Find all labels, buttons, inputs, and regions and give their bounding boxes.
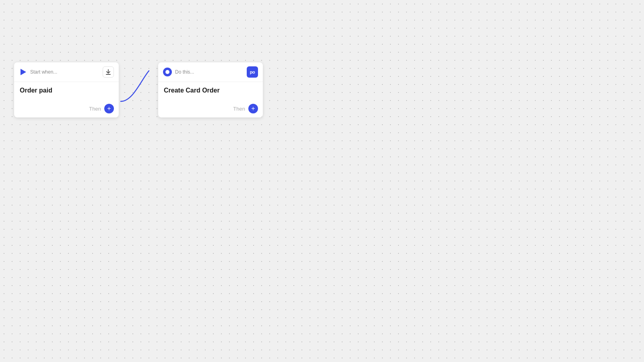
action-node-body: Create Card Order [158, 82, 263, 100]
action-node-footer: Then + [158, 100, 263, 117]
action-node-header-left: Do this... [163, 68, 194, 76]
action-circle-inner [165, 70, 169, 74]
play-icon [19, 68, 27, 76]
trigger-add-button[interactable]: + [104, 104, 114, 113]
connector-svg [0, 0, 644, 362]
trigger-download-button[interactable] [103, 66, 114, 78]
action-add-icon: + [251, 105, 255, 112]
trigger-then-label: Then [89, 106, 101, 112]
po-badge-text: po [250, 70, 255, 74]
action-add-button[interactable]: + [248, 104, 258, 113]
action-po-badge[interactable]: po [247, 66, 258, 78]
action-then-label: Then [233, 106, 245, 112]
action-node-title: Create Card Order [164, 87, 220, 94]
action-node-label: Do this... [175, 69, 194, 75]
action-node: Do this... po Create Card Order Then + [158, 62, 263, 117]
trigger-node-footer: Then + [14, 100, 119, 117]
workflow-canvas: Start when... Order paid Then + [0, 0, 644, 362]
trigger-node-body: Order paid [14, 82, 119, 100]
trigger-add-icon: + [107, 105, 111, 112]
action-node-header: Do this... po [158, 62, 263, 82]
trigger-node: Start when... Order paid Then + [14, 62, 119, 117]
action-circle-icon [163, 68, 172, 76]
trigger-node-label: Start when... [30, 69, 57, 75]
svg-marker-1 [21, 69, 26, 75]
trigger-node-title: Order paid [20, 87, 52, 94]
trigger-node-header: Start when... [14, 62, 119, 82]
trigger-node-header-left: Start when... [19, 68, 57, 76]
